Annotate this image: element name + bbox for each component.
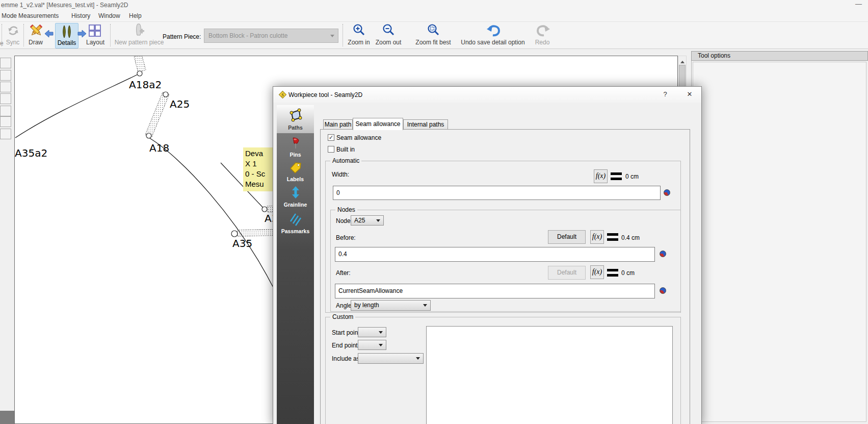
layout-grid-icon[interactable]	[88, 24, 101, 37]
zoom-fit-best-button[interactable]: Zoom fit best	[413, 39, 454, 46]
sidebar-item-paths[interactable]: Paths	[277, 105, 314, 133]
zoom-fit-best-icon[interactable]	[427, 23, 440, 37]
menubar: Mode Measurements History Window Help	[0, 10, 868, 22]
zoom-in-button[interactable]: Zoom in	[347, 39, 371, 46]
pattern-node	[262, 207, 267, 212]
tool-button-6[interactable]	[0, 116, 11, 127]
after-formula-button[interactable]: f(x)	[590, 265, 604, 279]
dialog-help-button[interactable]: ?	[661, 90, 670, 98]
sidebar-item-grainline[interactable]: Grainline	[277, 182, 314, 209]
pattern-piece-select[interactable]: Bottom Block - Patron culotte	[204, 29, 338, 43]
new-pattern-piece-icon[interactable]	[133, 23, 146, 37]
scroll-up-icon	[680, 61, 685, 63]
arrow-right-icon	[77, 30, 87, 38]
undo-button[interactable]: Undo save detail option	[459, 39, 527, 46]
zoom-out-icon[interactable]	[382, 23, 395, 37]
tab-seam-allowance[interactable]: Seam allowance	[353, 118, 403, 130]
draw-pencils-icon[interactable]	[29, 23, 43, 38]
before-formula-button[interactable]: f(x)	[590, 230, 604, 244]
equals-icon	[607, 233, 618, 241]
tool-button-1[interactable]	[0, 58, 11, 68]
tool-button-3[interactable]	[0, 82, 11, 92]
sidebar-item-labels[interactable]: Labels	[277, 158, 314, 182]
after-label: After:	[336, 269, 351, 277]
new-pattern-piece-button[interactable]: New pattern piece	[114, 39, 165, 46]
toolbar-separator	[2, 24, 2, 46]
sidebar-item-pins[interactable]: Pins	[277, 133, 314, 158]
seam-allowance-checkbox[interactable]: ✓	[328, 134, 334, 141]
sync-icon[interactable]	[7, 24, 20, 37]
after-result: 0 cm	[621, 269, 635, 277]
width-input[interactable]: 0	[333, 186, 661, 200]
dock-corner-block	[0, 411, 14, 424]
sidebar-item-passmarks[interactable]: Passmarks	[277, 209, 314, 235]
details-mode-button[interactable]: Details	[55, 23, 78, 48]
menu-history[interactable]: History	[71, 12, 90, 19]
sync-button[interactable]: Sync	[6, 39, 20, 46]
point-label: A35a2	[15, 147, 47, 159]
tool-button-2[interactable]	[0, 70, 11, 81]
tool-button-4[interactable]	[0, 93, 11, 104]
dialog-titlebar[interactable]: S Workpiece tool - Seamly2D ? ✕	[273, 87, 701, 103]
menu-help[interactable]: Help	[129, 12, 142, 19]
equals-icon	[611, 172, 622, 181]
menu-window[interactable]: Window	[98, 12, 120, 19]
before-grow-icon[interactable]	[660, 251, 666, 257]
dialog-close-button[interactable]: ✕	[685, 90, 694, 98]
menu-measurements[interactable]: Measurements	[18, 12, 59, 19]
seamly-logo-icon: S	[278, 90, 287, 99]
tab-internal-paths[interactable]: Internal paths	[403, 119, 448, 130]
draw-mode-button[interactable]: Draw	[29, 39, 43, 46]
chevron-down-icon	[376, 219, 380, 222]
after-grow-icon[interactable]	[660, 287, 666, 294]
width-formula-button[interactable]: f(x)	[594, 169, 608, 183]
before-input[interactable]: 0.4	[335, 247, 655, 262]
window-titlebar: emme 1_v2.val* [Mesures_test.vit] - Seam…	[0, 0, 868, 10]
layout-mode-button[interactable]: Layout	[86, 39, 103, 46]
end-point-select[interactable]	[358, 340, 386, 350]
node-select[interactable]: A25	[351, 215, 384, 226]
pattern-piece-value: Bottom Block - Patron culotte	[208, 32, 287, 39]
zoom-out-button[interactable]: Zoom out	[375, 39, 402, 46]
width-grow-icon[interactable]	[664, 189, 670, 196]
window-title: emme 1_v2.val* [Mesures_test.vit] - Seam…	[1, 2, 128, 9]
toolbar-separator	[110, 24, 111, 46]
pattern-curve	[15, 74, 139, 138]
pattern-piece-label: Pattern Piece:	[163, 33, 201, 40]
minimize-button[interactable]: —	[855, 0, 862, 8]
after-input[interactable]: CurrentSeamAllowance	[335, 284, 655, 298]
paths-icon	[288, 108, 303, 122]
toolbar-separator	[343, 24, 343, 46]
before-default-button[interactable]: Default	[548, 230, 586, 244]
start-point-select[interactable]	[358, 327, 386, 337]
angle-select-value: by length	[354, 302, 379, 309]
chevron-down-icon	[379, 331, 383, 334]
custom-group-title: Custom	[330, 313, 355, 320]
tab-main-path[interactable]: Main path	[323, 119, 353, 130]
after-default-button[interactable]: Default	[548, 266, 586, 280]
end-point-label: End point:	[332, 342, 359, 349]
tool-button-7[interactable]	[0, 129, 11, 139]
include-as-select[interactable]	[358, 353, 424, 364]
tool-options-panel	[691, 61, 868, 424]
toolbar-separator	[23, 24, 24, 46]
redo-button[interactable]: Redo	[532, 39, 553, 46]
seam-allowance-checkbox-label: Seam allowance	[336, 134, 381, 141]
angle-select[interactable]: by length	[351, 300, 431, 311]
built-in-checkbox-label: Built in	[336, 146, 355, 153]
custom-paths-list[interactable]	[426, 326, 673, 424]
logo-letter: S	[281, 92, 284, 97]
scroll-up-button[interactable]	[678, 56, 686, 64]
sidebar-item-label: Labels	[277, 176, 314, 182]
redo-icon[interactable]	[536, 23, 551, 38]
built-in-checkbox[interactable]	[328, 146, 334, 153]
chevron-down-icon	[423, 304, 427, 307]
include-as-label: Include as:	[332, 355, 361, 362]
before-label: Before:	[336, 234, 356, 241]
undo-icon[interactable]	[486, 23, 501, 38]
point-label: A18	[149, 142, 169, 154]
menu-mode[interactable]: Mode	[2, 12, 17, 19]
zoom-in-icon[interactable]	[352, 23, 365, 37]
tool-button-5[interactable]	[0, 106, 11, 116]
toolbar: e Sync Draw Details	[0, 22, 868, 49]
